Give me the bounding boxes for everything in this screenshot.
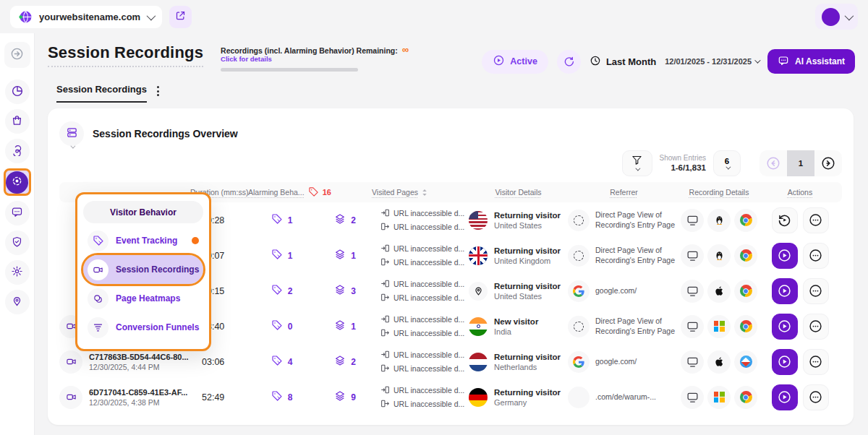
visited-url-chip[interactable]: URL inaccessible d... [380, 244, 464, 254]
referrer-cell: Direct Page View of Recording's Entry Pa… [568, 245, 680, 267]
visited-urls-cell: URL inaccessible d...URL inaccessible d.… [370, 314, 469, 339]
visited-urls-cell: URL inaccessible d...URL inaccessible d.… [370, 350, 469, 374]
layers-icon [334, 390, 346, 404]
visited-url-chip[interactable]: URL inaccessible d... [380, 350, 464, 361]
sidebar-item-analytics[interactable] [5, 139, 30, 163]
popup-header: Visitor Behavior [83, 201, 203, 223]
visited-url-chip[interactable]: URL inaccessible d... [380, 208, 464, 219]
more-options-button[interactable] [803, 207, 829, 233]
overview-icon-button[interactable] [59, 121, 84, 146]
menu-item-session-recordings[interactable]: Session Recordings [83, 255, 203, 284]
visited-pages-count-cell: 9 [320, 390, 370, 404]
menu-item-event-tracking[interactable]: Event Tracking [83, 226, 203, 255]
period-selector[interactable]: Last Month [590, 55, 656, 69]
ai-assistant-button[interactable]: AI Assistant [767, 49, 855, 74]
page-size-selector[interactable]: 6 [713, 150, 741, 176]
website-selector[interactable]: yourwebsitename.com [10, 6, 162, 28]
column-visited-pages[interactable]: Visited Pages [320, 188, 469, 197]
referrer-icon [568, 280, 590, 302]
play-recording-button[interactable] [772, 349, 798, 375]
more-options-button[interactable] [803, 278, 829, 304]
column-alarming[interactable]: Alarming Beha...16 [244, 186, 320, 199]
video-camera-icon [59, 350, 82, 374]
recording-date: 12/30/2025, 4:38 PM [89, 398, 187, 407]
play-recording-button[interactable] [772, 278, 798, 304]
previous-page-button[interactable] [760, 150, 787, 176]
chevron-down-icon [845, 11, 854, 20]
exit-page-icon [380, 222, 390, 233]
visitor-country: Netherlands [494, 363, 561, 371]
visitor-details-cell: Returning visitorUnited States [469, 211, 568, 230]
referrer-icon [568, 210, 590, 231]
replay-recording-button[interactable] [772, 207, 798, 233]
top-bar: yourwebsitename.com [0, 0, 868, 33]
gear-icon [11, 265, 23, 280]
visitor-type: Returning visitor [494, 246, 561, 255]
globe-icon [19, 10, 33, 24]
visited-pages-count-cell: 1 [320, 319, 370, 333]
sidebar-item-dashboard[interactable] [5, 79, 30, 104]
date-range-selector[interactable]: 12/01/2025 - 12/31/2025 [665, 57, 759, 66]
infinity-value: ∞ [402, 46, 409, 53]
active-filter-button[interactable]: Active [482, 50, 548, 74]
tab-session-recordings[interactable]: Session Recordings [56, 84, 147, 103]
column-visitor-details: Visitor Details [469, 188, 568, 197]
visited-pages-count-cell: 1 [320, 249, 370, 262]
flag-us-icon [469, 211, 488, 230]
sidebar [0, 33, 35, 435]
visited-pages-count-cell: 2 [320, 213, 370, 227]
referrer-text: .com/de/warum-... [595, 392, 656, 402]
visited-url-chip[interactable]: URL inaccessible d... [380, 293, 464, 303]
clock-icon [590, 55, 601, 69]
menu-item-label: Page Heatmaps [116, 293, 180, 303]
sidebar-item-privacy[interactable] [5, 231, 30, 255]
play-recording-button[interactable] [772, 243, 798, 269]
open-website-button[interactable] [169, 6, 192, 28]
referrer-cell: Direct Page View of Recording's Entry Pa… [568, 210, 680, 231]
visited-url-chip[interactable]: URL inaccessible d... [380, 257, 464, 268]
recording-id-cell: C717863B-5D54-44C6-80...12/30/2025, 4:44… [59, 350, 179, 374]
alarming-behavior-cell: 1 [244, 213, 320, 227]
visited-url-chip[interactable]: URL inaccessible d... [380, 328, 464, 339]
tab-menu-button[interactable] [157, 86, 159, 96]
recording-date: 12/30/2025, 4:44 PM [89, 363, 189, 371]
visited-url-chip[interactable]: URL inaccessible d... [380, 385, 464, 396]
next-page-button[interactable] [814, 150, 842, 176]
monitor-icon [681, 209, 704, 232]
shield-check-icon [11, 236, 23, 250]
visited-url-chip[interactable]: URL inaccessible d... [380, 222, 464, 233]
monitor-icon [681, 350, 704, 374]
refresh-button[interactable] [557, 50, 581, 74]
sidebar-item-session-recordings[interactable] [6, 171, 28, 194]
sidebar-collapse-button[interactable] [4, 42, 30, 68]
more-options-button[interactable] [803, 314, 829, 340]
visited-url-chip[interactable]: URL inaccessible d... [380, 399, 464, 410]
visited-url-chip[interactable]: URL inaccessible d... [380, 363, 464, 374]
more-options-button[interactable] [803, 384, 829, 410]
play-recording-button[interactable] [772, 314, 798, 340]
visited-url-chip[interactable]: URL inaccessible d... [380, 314, 464, 325]
apple-icon [707, 350, 731, 374]
visited-url-chip[interactable]: URL inaccessible d... [380, 279, 464, 290]
account-menu[interactable] [815, 4, 858, 30]
sidebar-item-location[interactable] [5, 290, 30, 314]
sidebar-item-feedback[interactable] [5, 201, 30, 225]
filter-button[interactable] [622, 150, 652, 176]
more-options-button[interactable] [803, 349, 829, 375]
visited-urls-cell: URL inaccessible d...URL inaccessible d.… [370, 385, 469, 410]
more-options-button[interactable] [803, 243, 829, 269]
sidebar-item-store[interactable] [5, 109, 30, 134]
flag-nl-icon [469, 353, 488, 371]
menu-item-page-heatmaps[interactable]: Page Heatmaps [83, 284, 203, 313]
sidebar-item-settings[interactable] [5, 260, 30, 285]
visitor-type: Returning visitor [494, 388, 561, 397]
alarming-behavior-cell: 1 [244, 249, 320, 262]
play-recording-button[interactable] [772, 384, 798, 410]
card-title: Session Recordings Overview [93, 128, 238, 139]
layers-icon [334, 355, 346, 369]
click-for-details-link[interactable]: Click for details [221, 55, 409, 63]
table-row[interactable]: 6D717041-C859-41E3-AF...12/30/2025, 4:38… [59, 379, 842, 415]
referrer-icon [568, 351, 590, 373]
menu-item-conversion-funnels[interactable]: Conversion Funnels [83, 313, 203, 342]
current-page[interactable]: 1 [787, 150, 814, 176]
